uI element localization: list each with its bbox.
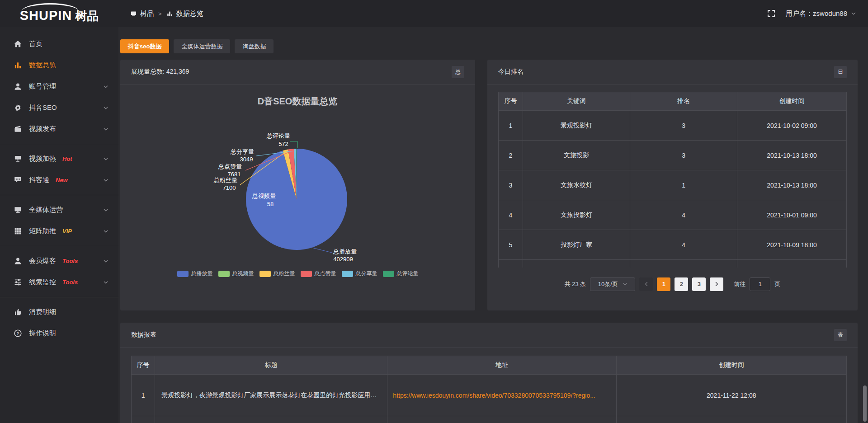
table-cell: 4	[630, 200, 737, 230]
sidebar-item-线索监控[interactable]: 线索监控Tools	[0, 272, 118, 293]
breadcrumb-item[interactable]: 树品	[130, 9, 154, 18]
tab-抖音seo数据[interactable]: 抖音seo数据	[120, 39, 169, 53]
username-label: 用户名：zswodun88	[786, 9, 847, 18]
pie-label-value: 3049	[240, 156, 253, 163]
sidebar-item-账号管理[interactable]: 账号管理	[0, 76, 118, 97]
pie-label-name: 总点赞量	[218, 163, 242, 170]
table-cell: 4	[499, 200, 523, 230]
legend-swatch	[301, 271, 312, 277]
sidebar-divider	[0, 246, 118, 246]
table-cell: 2021-10-01 09:00	[737, 200, 847, 230]
table-cell	[630, 260, 737, 268]
logo-arc	[22, 3, 79, 11]
table-cell: 2021-10-02 09:00	[737, 111, 847, 141]
sidebar-item-视频加热[interactable]: 视频加热Hot	[0, 148, 118, 169]
table-row: 4文旅投影灯42021-10-01 09:00	[499, 200, 847, 230]
sidebar-badge-New: New	[56, 177, 68, 183]
data-tabs: 抖音seo数据全媒体运营数据询盘数据	[120, 39, 858, 53]
page-size-value: 10条/页	[598, 280, 618, 288]
breadcrumb-item[interactable]: 数据总览	[166, 9, 203, 18]
page-button-1[interactable]: 1	[657, 277, 670, 291]
label-line	[290, 141, 297, 148]
pie-label-value: 7100	[223, 184, 236, 191]
sliders-icon	[14, 278, 22, 287]
sidebar-item-会员爆客[interactable]: 会员爆客Tools	[0, 250, 118, 272]
overview-total-button[interactable]: 总	[452, 66, 464, 78]
legend-item-总分享量[interactable]: 总分享量	[342, 270, 377, 277]
table-cell: 景观投影灯	[523, 111, 630, 141]
table-row: 3文旅水纹灯12021-10-13 18:00	[499, 170, 847, 200]
legend-swatch	[177, 271, 189, 277]
legend-label: 总分享量	[356, 270, 377, 277]
table-cell	[616, 416, 846, 423]
legend-item-总粉丝量[interactable]: 总粉丝量	[259, 270, 295, 277]
sidebar-item-首页[interactable]: 首页	[0, 33, 118, 55]
table-row: 1景观投影灯32021-10-02 09:00	[499, 111, 847, 141]
screen-icon	[130, 10, 137, 17]
breadcrumb-separator: >	[158, 10, 162, 17]
column-header-标题: 标题	[155, 356, 387, 375]
table-cell	[387, 416, 616, 423]
table-cell	[132, 416, 155, 423]
fullscreen-icon[interactable]	[767, 9, 776, 18]
table-cell: 2021-10-13 18:00	[737, 170, 847, 200]
legend-item-总播放量[interactable]: 总播放量	[177, 270, 213, 277]
breadcrumb: 树品>数据总览	[130, 9, 203, 18]
sidebar: 首页数据总览账号管理抖音SEO视频发布视频加热Hot抖客通New全媒体运营矩阵助…	[0, 27, 118, 423]
sidebar-item-label: 账号管理	[29, 82, 56, 91]
table-cell: 5	[499, 230, 523, 260]
legend-item-总视频量[interactable]: 总视频量	[218, 270, 254, 277]
sidebar-item-label: 视频加热	[29, 155, 56, 163]
sidebar-divider	[0, 195, 118, 195]
sidebar-item-label: 全媒体运营	[29, 206, 63, 214]
goto-suffix: 页	[774, 280, 780, 288]
sidebar-item-label: 视频发布	[29, 125, 56, 133]
home-icon	[14, 40, 22, 48]
pie-label-name: 总视频量	[252, 193, 276, 199]
sidebar-item-抖客通[interactable]: 抖客通New	[0, 169, 118, 191]
cell-url-link[interactable]: https://www.iesdouyin.com/share/video/70…	[387, 375, 616, 416]
pie-label-name: 总播放量	[333, 248, 357, 255]
sidebar-badge-Tools: Tools	[62, 258, 78, 264]
sidebar-item-全媒体运营[interactable]: 全媒体运营	[0, 199, 118, 221]
report-table: 序号标题地址创建时间 1景观投影灯，夜游景观投影灯厂家展示展示落花灯在花园里的灯…	[131, 356, 847, 423]
table-cell	[523, 260, 630, 268]
legend-swatch	[383, 271, 394, 277]
sidebar-item-抖音SEO[interactable]: 抖音SEO	[0, 97, 118, 118]
sidebar-item-消费明细[interactable]: 消费明细	[0, 301, 118, 323]
scrollbar-thumb[interactable]	[863, 385, 867, 422]
legend-item-总评论量[interactable]: 总评论量	[383, 270, 419, 277]
chevron-down-icon	[623, 282, 627, 287]
chevron-down-icon	[103, 280, 108, 285]
table-cell	[499, 260, 523, 268]
sidebar-item-操作说明[interactable]: ?操作说明	[0, 323, 118, 344]
tab-全媒体运营数据[interactable]: 全媒体运营数据	[174, 39, 230, 53]
overview-panel: 展现量总数: 421,369 总 D音SEO数据量总览总播放量402909总视频…	[120, 60, 475, 310]
sidebar-item-数据总览[interactable]: 数据总览	[0, 55, 118, 76]
page-button-2[interactable]: 2	[675, 277, 688, 291]
tab-询盘数据[interactable]: 询盘数据	[235, 39, 274, 53]
ranking-table: 序号关键词排名创建时间 1景观投影灯32021-10-02 09:002文旅投影…	[498, 92, 847, 268]
screen-push-icon	[14, 155, 22, 163]
legend-item-总点赞量[interactable]: 总点赞量	[301, 270, 336, 277]
ranking-day-button[interactable]: 日	[834, 66, 847, 78]
logo: SHUPIN 树品	[0, 4, 118, 24]
next-page-button[interactable]	[710, 277, 723, 291]
chevron-down-icon	[103, 258, 108, 264]
goto-page-input[interactable]	[750, 277, 770, 291]
prev-page-button[interactable]	[639, 277, 653, 291]
report-panel: 数据报表 表 序号标题地址创建时间 1景观投影灯，夜游景观投影灯厂家展示展示落花…	[120, 323, 858, 423]
user-dropdown[interactable]: 用户名：zswodun88	[786, 9, 856, 18]
sidebar-item-矩阵助推[interactable]: 矩阵助推VIP	[0, 221, 118, 242]
table-row: 5投影灯厂家42021-10-09 18:00	[499, 230, 847, 260]
column-header-排名: 排名	[630, 92, 737, 111]
sidebar-item-视频发布[interactable]: 视频发布	[0, 118, 118, 140]
report-table-button[interactable]: 表	[834, 329, 847, 341]
cell-title: 景观投影灯，夜游景观投影灯厂家展示展示落花灯在花园里的灯光投影应用效果 #	[155, 375, 387, 416]
page-size-select[interactable]: 10条/页	[590, 277, 635, 291]
logo-text-cn: 树品	[75, 8, 99, 24]
page-button-3[interactable]: 3	[692, 277, 706, 291]
legend-swatch	[218, 271, 230, 277]
table-row: 1景观投影灯，夜游景观投影灯厂家展示展示落花灯在花园里的灯光投影应用效果 #ht…	[132, 375, 847, 416]
table-cell: 2	[499, 141, 523, 170]
